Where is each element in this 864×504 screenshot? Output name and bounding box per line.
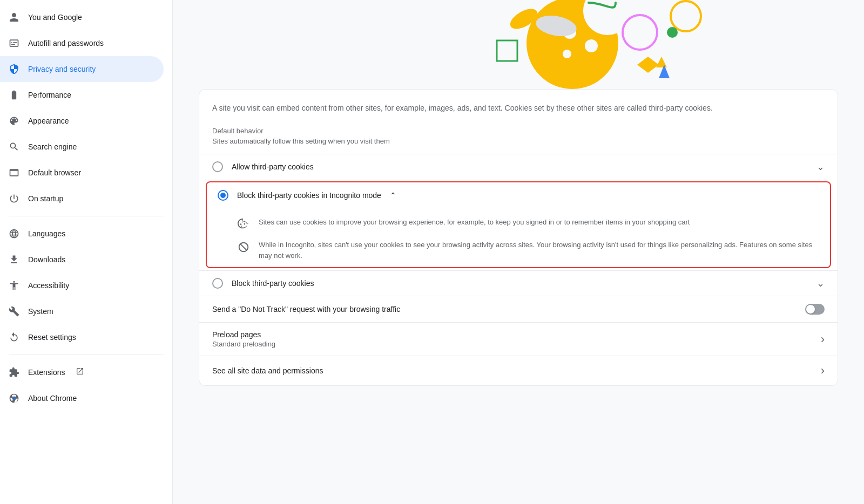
- cookies-description: A site you visit can embed content from …: [199, 90, 838, 122]
- sidebar-item-on-startup[interactable]: On startup: [0, 186, 164, 212]
- allow-cookies-chevron: ⌄: [816, 161, 825, 173]
- power-icon: [9, 193, 19, 204]
- search-icon: [9, 141, 19, 152]
- preload-pages-subtitle: Standard preloading: [212, 340, 275, 348]
- sidebar-item-extensions-label: Extensions: [28, 368, 65, 377]
- svg-marker-6: [656, 57, 667, 67]
- do-not-track-option[interactable]: Send a "Do Not Track" request with your …: [199, 296, 838, 322]
- sidebar-item-reset-settings[interactable]: Reset settings: [0, 324, 164, 350]
- block-incognito-chevron: ⌃: [390, 191, 396, 200]
- illustration-area: [173, 0, 864, 89]
- detail-text-1: Sites can use cookies to improve your br…: [259, 217, 817, 228]
- do-not-track-right: [805, 304, 825, 315]
- sidebar-item-performance[interactable]: Performance: [0, 82, 164, 108]
- palette-icon: [9, 115, 19, 126]
- allow-cookies-radio[interactable]: [212, 161, 223, 172]
- sidebar-item-performance-label: Performance: [28, 91, 71, 99]
- cookies-settings-card: A site you visit can embed content from …: [199, 89, 838, 386]
- reset-icon: [9, 332, 19, 343]
- block-incognito-label: Block third-party cookies in Incognito m…: [237, 191, 381, 200]
- sidebar-item-downloads-label: Downloads: [28, 255, 65, 264]
- external-link-icon: [76, 367, 84, 378]
- detail-row-1: Sites can use cookies to improve your br…: [207, 213, 830, 235]
- default-behavior-title: Default behavior: [199, 122, 838, 137]
- badge-icon: [9, 38, 19, 49]
- download-icon: [9, 254, 19, 265]
- main-content: A site you visit can embed content from …: [173, 0, 864, 504]
- block-all-cookies-chevron: ⌄: [816, 277, 825, 289]
- sidebar-item-privacy-label: Privacy and security: [28, 65, 96, 73]
- speed-icon: [9, 90, 19, 100]
- preload-pages-title: Preload pages: [212, 330, 275, 339]
- preload-pages-chevron: ›: [821, 332, 825, 346]
- sidebar: You and Google Autofill and passwords Pr…: [0, 0, 173, 504]
- sidebar-item-appearance-label: Appearance: [28, 117, 69, 125]
- svg-point-7: [623, 15, 657, 50]
- browser-icon: [9, 167, 19, 178]
- globe-icon: [9, 228, 19, 239]
- svg-point-18: [241, 226, 242, 227]
- block-incognito-option[interactable]: Block third-party cookies in Incognito m…: [207, 182, 830, 208]
- do-not-track-toggle[interactable]: [805, 304, 825, 315]
- svg-point-4: [585, 39, 598, 52]
- sidebar-item-search-engine-label: Search engine: [28, 142, 77, 151]
- sidebar-item-you-and-google-label: You and Google: [28, 13, 82, 22]
- allow-cookies-option[interactable]: Allow third-party cookies ⌄: [199, 154, 838, 179]
- svg-point-17: [244, 223, 245, 225]
- person-icon: [9, 12, 19, 23]
- shield-icon: [9, 64, 19, 74]
- svg-point-16: [242, 222, 243, 223]
- sidebar-item-languages[interactable]: Languages: [0, 221, 164, 247]
- preload-pages-option[interactable]: Preload pages Standard preloading ›: [199, 322, 838, 356]
- toggle-knob: [806, 305, 815, 314]
- sidebar-item-search-engine[interactable]: Search engine: [0, 134, 164, 160]
- sidebar-item-downloads[interactable]: Downloads: [0, 247, 164, 273]
- sidebar-item-about-chrome[interactable]: About Chrome: [0, 385, 164, 411]
- svg-point-15: [240, 223, 242, 225]
- wrench-icon: [9, 306, 19, 317]
- block-incognito-radio[interactable]: [218, 190, 228, 201]
- sidebar-item-languages-label: Languages: [28, 229, 65, 238]
- allow-cookies-label: Allow third-party cookies: [232, 162, 808, 171]
- detail-row-2: While in Incognito, sites can't use your…: [207, 235, 830, 265]
- sidebar-item-privacy[interactable]: Privacy and security: [0, 56, 164, 82]
- sidebar-divider-1: [9, 216, 164, 216]
- svg-marker-14: [637, 57, 659, 73]
- sidebar-item-you-and-google[interactable]: You and Google: [0, 4, 164, 30]
- svg-point-8: [671, 1, 701, 31]
- sidebar-item-accessibility[interactable]: Accessibility: [0, 273, 164, 298]
- puzzle-icon: [9, 367, 19, 378]
- see-all-site-data-chevron: ›: [821, 364, 825, 378]
- block-all-cookies-label: Block third-party cookies: [232, 279, 808, 288]
- sidebar-item-default-browser[interactable]: Default browser: [0, 160, 164, 186]
- svg-rect-10: [497, 40, 517, 61]
- sidebar-item-system-label: System: [28, 307, 53, 316]
- cookie-icon: [237, 218, 250, 231]
- see-all-site-data-left: See all site data and permissions: [212, 366, 323, 375]
- sidebar-item-extensions[interactable]: Extensions: [0, 359, 164, 385]
- sidebar-item-about-chrome-label: About Chrome: [28, 394, 77, 403]
- sidebar-item-system[interactable]: System: [0, 298, 164, 324]
- sidebar-item-autofill[interactable]: Autofill and passwords: [0, 30, 164, 56]
- sidebar-item-accessibility-label: Accessibility: [28, 281, 69, 290]
- block-incognito-details: Sites can use cookies to improve your br…: [207, 208, 830, 267]
- sidebar-item-appearance[interactable]: Appearance: [0, 108, 164, 134]
- svg-point-5: [563, 50, 571, 58]
- svg-point-9: [667, 27, 678, 38]
- block-icon: [237, 241, 250, 254]
- see-all-site-data-option[interactable]: See all site data and permissions ›: [199, 356, 838, 385]
- detail-text-2: While in Incognito, sites can't use your…: [259, 240, 817, 261]
- sidebar-divider-2: [9, 355, 164, 355]
- block-all-cookies-option[interactable]: Block third-party cookies ⌄: [199, 270, 838, 296]
- block-all-cookies-radio[interactable]: [212, 278, 223, 289]
- sidebar-item-reset-settings-label: Reset settings: [28, 333, 76, 342]
- sidebar-item-on-startup-label: On startup: [28, 194, 63, 203]
- accessibility-icon: [9, 280, 19, 291]
- see-all-site-data-title: See all site data and permissions: [212, 366, 323, 375]
- see-all-site-data-right: ›: [821, 364, 825, 378]
- preload-pages-left: Preload pages Standard preloading: [212, 330, 275, 348]
- default-behavior-subtitle: Sites automatically follow this setting …: [199, 137, 838, 154]
- content-wrapper: A site you visit can embed content from …: [173, 89, 864, 399]
- do-not-track-left: Send a "Do Not Track" request with your …: [212, 305, 400, 314]
- preload-pages-right: ›: [821, 332, 825, 346]
